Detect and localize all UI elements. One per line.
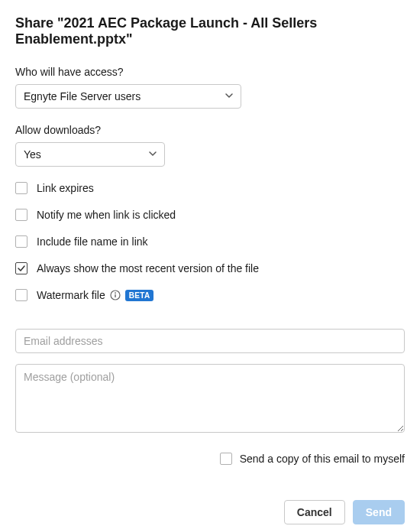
option-notify-click: Notify me when link is clicked xyxy=(15,209,405,221)
button-row: Cancel Send xyxy=(15,500,405,524)
send-copy-checkbox[interactable] xyxy=(220,453,232,465)
downloads-label: Allow downloads? xyxy=(15,124,405,136)
include-filename-label: Include file name in link xyxy=(37,235,148,248)
send-copy-row: Send a copy of this email to myself xyxy=(15,453,405,465)
access-select[interactable]: Egnyte File Server users xyxy=(15,84,241,109)
downloads-select-wrapper: Yes xyxy=(15,142,165,167)
recent-version-label: Always show the most recent version of t… xyxy=(37,262,259,274)
recent-version-checkbox[interactable] xyxy=(15,262,27,274)
watermark-label: Watermark file xyxy=(37,289,105,301)
options-list: Link expires Notify me when link is clic… xyxy=(15,182,405,301)
link-expires-checkbox[interactable] xyxy=(15,182,27,194)
svg-point-1 xyxy=(115,292,116,294)
send-button[interactable]: Send xyxy=(353,500,405,524)
access-select-wrapper: Egnyte File Server users xyxy=(15,84,241,109)
cancel-button[interactable]: Cancel xyxy=(284,500,345,524)
dialog-title: Share "2021 AEC Package Launch - All Sel… xyxy=(15,15,405,47)
downloads-select[interactable]: Yes xyxy=(15,142,165,167)
svg-rect-2 xyxy=(115,294,115,297)
send-copy-label: Send a copy of this email to myself xyxy=(240,453,405,465)
message-textarea[interactable] xyxy=(15,364,405,433)
access-label: Who will have access? xyxy=(15,66,405,78)
watermark-label-group: Watermark file BETA xyxy=(37,289,153,301)
option-include-filename: Include file name in link xyxy=(15,235,405,248)
option-link-expires: Link expires xyxy=(15,182,405,194)
email-input[interactable] xyxy=(15,329,405,353)
notify-click-label: Notify me when link is clicked xyxy=(37,209,176,221)
info-icon[interactable] xyxy=(110,290,121,300)
watermark-checkbox[interactable] xyxy=(15,289,27,301)
link-expires-label: Link expires xyxy=(37,182,94,194)
include-filename-checkbox[interactable] xyxy=(15,235,27,248)
option-recent-version: Always show the most recent version of t… xyxy=(15,262,405,274)
option-watermark: Watermark file BETA xyxy=(15,289,405,301)
notify-click-checkbox[interactable] xyxy=(15,209,27,221)
beta-badge: BETA xyxy=(125,290,154,301)
